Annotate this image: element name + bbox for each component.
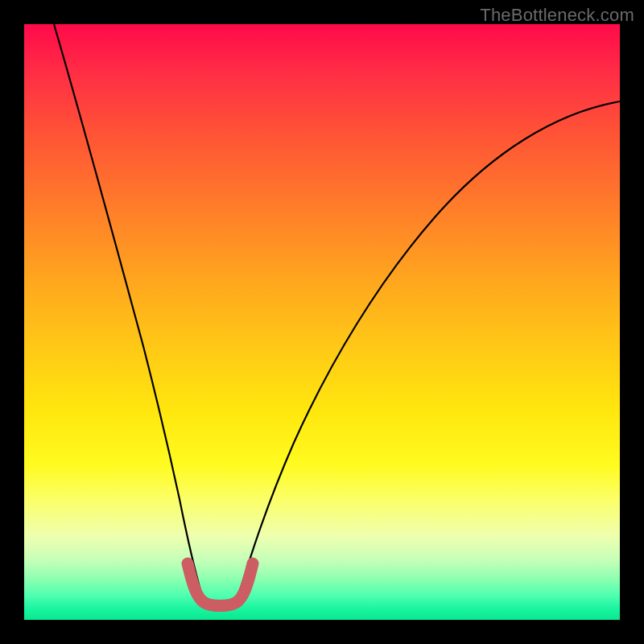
valley-highlight <box>188 564 253 606</box>
curve-right-branch <box>238 101 620 596</box>
watermark-text: TheBottleneck.com <box>480 5 634 26</box>
plot-area <box>24 24 620 620</box>
curve-left-branch <box>54 24 202 596</box>
curve-layer <box>24 24 620 620</box>
chart-frame: TheBottleneck.com <box>0 0 644 644</box>
